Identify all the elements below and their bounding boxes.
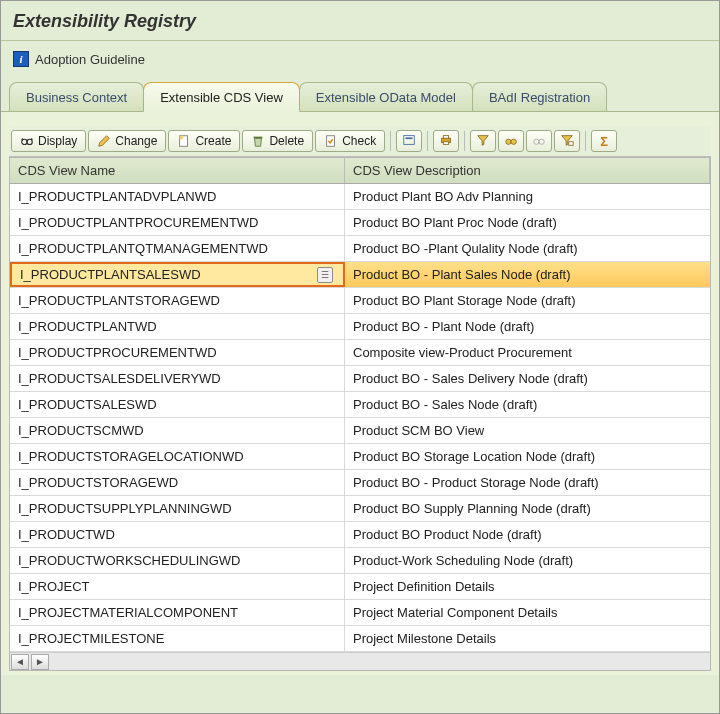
table-row[interactable]: I_PRODUCTSTORAGEWDProduct BO - Product S…	[10, 470, 710, 496]
tab-badi-registration[interactable]: BAdI Registration	[472, 82, 607, 111]
table-row[interactable]: I_PRODUCTWDProduct BO Product Node (draf…	[10, 522, 710, 548]
find-next-button[interactable]	[526, 130, 552, 152]
table-row[interactable]: I_PRODUCTPLANTPROCUREMENTWDProduct BO Pl…	[10, 210, 710, 236]
svg-rect-10	[444, 141, 449, 144]
cds-desc-cell[interactable]: Product BO - Plant Sales Node (draft)	[345, 262, 710, 287]
cds-name-cell[interactable]: I_PRODUCTPLANTSALESWD☰	[10, 262, 345, 287]
table-row[interactable]: I_PRODUCTSCMWDProduct SCM BO View	[10, 418, 710, 444]
cds-name-cell[interactable]: I_PRODUCTSUPPLYPLANNINGWD	[10, 496, 345, 521]
cds-desc-cell[interactable]: Product BO - Product Storage Node (draft…	[345, 470, 710, 495]
table-row[interactable]: I_PRODUCTPROCUREMENTWDComposite view-Pro…	[10, 340, 710, 366]
cds-desc-cell[interactable]: Product SCM BO View	[345, 418, 710, 443]
cds-name-cell[interactable]: I_PRODUCTSTORAGELOCATIONWD	[10, 444, 345, 469]
svg-rect-3	[180, 136, 184, 140]
page-title: Extensibility Registry	[13, 11, 707, 32]
table-row[interactable]: I_PRODUCTWORKSCHEDULINGWDProduct-Work Sc…	[10, 548, 710, 574]
cds-name-cell[interactable]: I_PRODUCTSTORAGEWD	[10, 470, 345, 495]
table-row[interactable]: I_PRODUCTSALESDELIVERYWDProduct BO - Sal…	[10, 366, 710, 392]
table-row[interactable]: I_PRODUCTSTORAGELOCATIONWDProduct BO Sto…	[10, 444, 710, 470]
cds-view-table: CDS View Name CDS View Description I_PRO…	[9, 157, 711, 671]
cds-desc-cell[interactable]: Project Milestone Details	[345, 626, 710, 651]
filter-button[interactable]	[470, 130, 496, 152]
printer-icon	[439, 133, 453, 150]
table-body: I_PRODUCTPLANTADVPLANWDProduct Plant BO …	[10, 184, 710, 652]
cds-desc-cell[interactable]: Product BO - Sales Delivery Node (draft)	[345, 366, 710, 391]
create-button[interactable]: Create	[168, 130, 240, 152]
sigma-icon: Σ	[600, 134, 608, 149]
tab-business-context[interactable]: Business Context	[9, 82, 144, 111]
cds-desc-cell[interactable]: Product BO - Plant Node (draft)	[345, 314, 710, 339]
cds-desc-cell[interactable]: Product BO Supply Planning Node (draft)	[345, 496, 710, 521]
svg-point-1	[27, 139, 32, 144]
adoption-guideline-link[interactable]: i Adoption Guideline	[1, 41, 719, 75]
cds-desc-cell[interactable]: Project Material Component Details	[345, 600, 710, 625]
column-header-desc[interactable]: CDS View Description	[345, 158, 710, 183]
funnel-set-icon	[560, 133, 574, 150]
cds-desc-cell[interactable]: Product BO - Sales Node (draft)	[345, 392, 710, 417]
print-button[interactable]	[433, 130, 459, 152]
svg-rect-4	[254, 137, 263, 139]
cds-name-cell[interactable]: I_PRODUCTPLANTPROCUREMENTWD	[10, 210, 345, 235]
cds-desc-cell[interactable]: Product BO -Plant Qulality Node (draft)	[345, 236, 710, 261]
scroll-right-icon[interactable]: ►	[31, 654, 49, 670]
table-row[interactable]: I_PRODUCTSALESWDProduct BO - Sales Node …	[10, 392, 710, 418]
tab-extensible-cds-view[interactable]: Extensible CDS View	[143, 82, 300, 112]
cds-desc-cell[interactable]: Product Plant BO Adv Planning	[345, 184, 710, 209]
cds-name-cell[interactable]: I_PRODUCTPLANTSTORAGEWD	[10, 288, 345, 313]
delete-button[interactable]: Delete	[242, 130, 313, 152]
check-button[interactable]: Check	[315, 130, 385, 152]
info-icon: i	[13, 51, 29, 67]
cds-name-cell[interactable]: I_PRODUCTSCMWD	[10, 418, 345, 443]
cds-name-cell[interactable]: I_PRODUCTWD	[10, 522, 345, 547]
cds-name-cell[interactable]: I_PRODUCTSALESDELIVERYWD	[10, 366, 345, 391]
cds-desc-cell[interactable]: Project Definition Details	[345, 574, 710, 599]
sum-button[interactable]: Σ	[591, 130, 617, 152]
table-row[interactable]: I_PRODUCTPLANTSTORAGEWDProduct BO Plant …	[10, 288, 710, 314]
table-row[interactable]: I_PRODUCTPLANTADVPLANWDProduct Plant BO …	[10, 184, 710, 210]
tabstrip: Business Context Extensible CDS View Ext…	[1, 81, 719, 112]
cds-name-cell[interactable]: I_PRODUCTPLANTWD	[10, 314, 345, 339]
cds-desc-cell[interactable]: Product BO Product Node (draft)	[345, 522, 710, 547]
cds-name-cell[interactable]: I_PROJECT	[10, 574, 345, 599]
cds-name-cell[interactable]: I_PROJECTMATERIALCOMPONENT	[10, 600, 345, 625]
table-row[interactable]: I_PROJECTProject Definition Details	[10, 574, 710, 600]
new-page-icon	[177, 134, 191, 148]
cds-desc-cell[interactable]: Product BO Storage Location Node (draft)	[345, 444, 710, 469]
set-filter-button[interactable]	[554, 130, 580, 152]
cds-desc-cell[interactable]: Product-Work Scheduling Node (draft)	[345, 548, 710, 573]
find-button[interactable]	[498, 130, 524, 152]
horizontal-scrollbar[interactable]: ◄ ►	[10, 652, 710, 670]
svg-point-12	[511, 139, 516, 144]
value-help-icon[interactable]: ☰	[317, 267, 333, 283]
tab-extensible-odata-model[interactable]: Extensible OData Model	[299, 82, 473, 111]
table-row[interactable]: I_PROJECTMILESTONEProject Milestone Deta…	[10, 626, 710, 652]
cds-name-cell[interactable]: I_PRODUCTSALESWD	[10, 392, 345, 417]
scroll-left-icon[interactable]: ◄	[11, 654, 29, 670]
cds-desc-cell[interactable]: Composite view-Product Procurement	[345, 340, 710, 365]
table-row[interactable]: I_PROJECTMATERIALCOMPONENTProject Materi…	[10, 600, 710, 626]
table-row[interactable]: I_PRODUCTSUPPLYPLANNINGWDProduct BO Supp…	[10, 496, 710, 522]
adoption-guideline-label: Adoption Guideline	[35, 52, 145, 67]
table-row[interactable]: I_PRODUCTPLANTQTMANAGEMENTWDProduct BO -…	[10, 236, 710, 262]
cds-desc-cell[interactable]: Product BO Plant Proc Node (draft)	[345, 210, 710, 235]
cds-name-cell[interactable]: I_PRODUCTPROCUREMENTWD	[10, 340, 345, 365]
cds-name-cell[interactable]: I_PRODUCTPLANTQTMANAGEMENTWD	[10, 236, 345, 261]
column-header-name[interactable]: CDS View Name	[10, 158, 345, 183]
cds-name-cell[interactable]: I_PRODUCTWORKSCHEDULINGWD	[10, 548, 345, 573]
svg-point-11	[506, 139, 511, 144]
display-button[interactable]: Display	[11, 130, 86, 152]
tab-content: Display Change Create Delete Check	[1, 112, 719, 675]
change-button[interactable]: Change	[88, 130, 166, 152]
toolbar: Display Change Create Delete Check	[9, 126, 711, 157]
cds-desc-cell[interactable]: Product BO Plant Storage Node (draft)	[345, 288, 710, 313]
details-button[interactable]	[396, 130, 422, 152]
glasses-icon	[20, 134, 34, 148]
svg-point-0	[22, 139, 27, 144]
cds-name-cell[interactable]: I_PRODUCTPLANTADVPLANWD	[10, 184, 345, 209]
pencil-icon	[97, 134, 111, 148]
table-row[interactable]: I_PRODUCTPLANTWDProduct BO - Plant Node …	[10, 314, 710, 340]
funnel-icon	[476, 133, 490, 150]
table-header: CDS View Name CDS View Description	[10, 158, 710, 184]
cds-name-cell[interactable]: I_PROJECTMILESTONE	[10, 626, 345, 651]
table-row[interactable]: I_PRODUCTPLANTSALESWD☰Product BO - Plant…	[10, 262, 710, 288]
